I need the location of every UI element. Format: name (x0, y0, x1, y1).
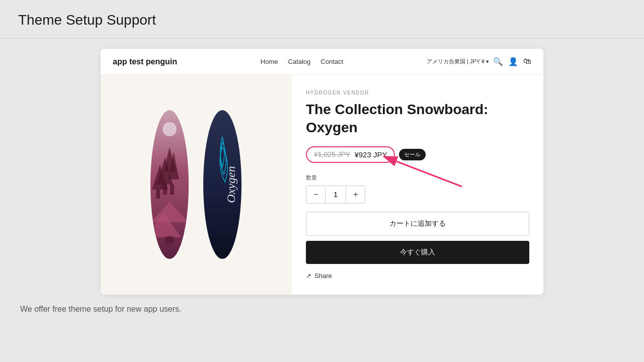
quantity-label: 数量 (306, 174, 529, 182)
share-link[interactable]: ↗ Share (306, 272, 529, 280)
svg-rect-8 (170, 185, 174, 195)
product-vendor: HYDROGEN VENDOR (306, 90, 529, 96)
price-area: ¥1,025 JPY ¥923 JPY セール (306, 146, 426, 163)
store-action-icons: 🔍 👤 🛍 (493, 57, 531, 66)
svg-rect-9 (156, 190, 160, 199)
sale-badge: セール (399, 149, 426, 160)
buy-now-button[interactable]: 今すぐ購入 (306, 241, 529, 264)
chevron-down-icon: ▾ (486, 58, 489, 65)
product-image-area: Oxygen (101, 75, 292, 295)
snowboard-left (146, 107, 194, 262)
account-icon[interactable]: 👤 (508, 57, 518, 66)
quantity-decrease-button[interactable]: − (306, 186, 325, 203)
main-content: app test penguin Home Catalog Contact アメ… (0, 39, 644, 329)
price-box: ¥1,025 JPY ¥923 JPY (306, 146, 395, 163)
nav-contact[interactable]: Contact (320, 58, 343, 65)
share-icon: ↗ (306, 272, 311, 280)
svg-point-2 (163, 122, 177, 136)
store-product-area: Oxygen HYDROGEN VENDOR The Collection Sn… (101, 75, 543, 295)
quantity-increase-button[interactable]: + (346, 186, 365, 203)
store-logo: app test penguin (113, 57, 177, 66)
add-to-cart-button[interactable]: カートに追加する (306, 212, 529, 236)
sale-price: ¥923 JPY (354, 150, 387, 159)
store-nav-links: Home Catalog Contact (261, 58, 343, 65)
store-nav-right: アメリカ合衆国 | JPY ¥ ▾ 🔍 👤 🛍 (427, 57, 531, 66)
nav-catalog[interactable]: Catalog (288, 58, 310, 65)
cart-icon[interactable]: 🛍 (523, 57, 531, 66)
bottom-text: We offer free theme setup for new app us… (15, 305, 629, 314)
store-navbar: app test penguin Home Catalog Contact アメ… (101, 49, 543, 75)
quantity-value: 1 (325, 187, 346, 203)
store-preview-card: app test penguin Home Catalog Contact アメ… (101, 49, 543, 295)
original-price: ¥1,025 JPY (314, 150, 350, 158)
share-label: Share (314, 272, 332, 280)
svg-rect-7 (163, 185, 167, 195)
product-title: The Collection Snowboard: Oxygen (306, 101, 529, 137)
page-title: Theme Setup Support (18, 12, 626, 28)
nav-home[interactable]: Home (261, 58, 278, 65)
svg-point-12 (165, 236, 175, 244)
product-info: HYDROGEN VENDOR The Collection Snowboard… (292, 75, 543, 295)
snowboard-right: Oxygen (199, 107, 247, 262)
search-icon[interactable]: 🔍 (493, 57, 503, 66)
page-header: Theme Setup Support (0, 0, 644, 38)
svg-text:Oxygen: Oxygen (224, 166, 237, 203)
snowboards: Oxygen (146, 107, 247, 262)
locale-selector[interactable]: アメリカ合衆国 | JPY ¥ ▾ (427, 58, 489, 65)
quantity-control: − 1 + (306, 186, 365, 204)
